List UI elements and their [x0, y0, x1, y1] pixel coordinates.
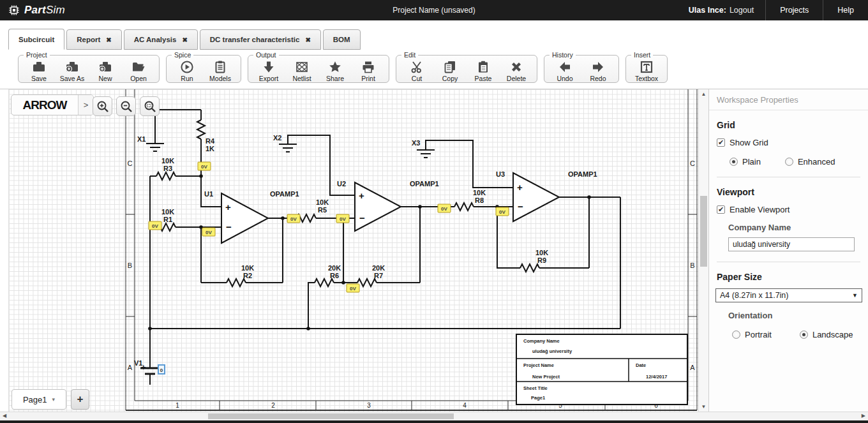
toolbar-button-label: Delete: [507, 75, 526, 82]
enable-viewport-checkbox[interactable]: ✔: [717, 205, 725, 214]
close-icon[interactable]: ✖: [305, 36, 310, 43]
close-icon[interactable]: ✖: [106, 36, 111, 43]
grid-plain-radio[interactable]: [730, 158, 738, 166]
tab-report[interactable]: Report✖: [66, 29, 121, 50]
value-r2: 10K: [241, 264, 254, 272]
schematic-canvas[interactable]: C B A C B A 1 2 3 4 5 6: [9, 89, 698, 412]
partsim-logo: PartSim: [0, 4, 65, 17]
resistor-r4[interactable]: [197, 120, 205, 139]
undo-icon: [557, 59, 572, 75]
tab-bom[interactable]: BOM: [323, 29, 361, 50]
toolbar-button-label: Print: [361, 75, 375, 82]
print-button[interactable]: Print: [352, 59, 385, 80]
resistor-r9[interactable]: [520, 264, 539, 272]
add-page-button[interactable]: +: [71, 389, 89, 410]
svg-text:A: A: [128, 364, 133, 371]
toolbar-button-label: Run: [181, 75, 193, 82]
tab-dc-transfer-characteristic[interactable]: DC transfer characteristic✖: [200, 29, 321, 50]
label-u3-part: OPAMP1: [568, 170, 597, 178]
vertical-scrollbar[interactable]: ▲ ▼: [698, 89, 708, 412]
logo-expand-button[interactable]: >: [78, 95, 93, 115]
ground-x3[interactable]: [417, 150, 435, 158]
save-icon: [31, 59, 47, 75]
share-icon: [327, 59, 343, 75]
run-button[interactable]: Run: [170, 59, 204, 80]
models-button[interactable]: Models: [204, 59, 237, 80]
tab-ac-analysis[interactable]: AC Analysis✖: [124, 29, 198, 50]
grid-plain-label: Plain: [742, 157, 761, 167]
label-u2: U2: [337, 180, 346, 188]
textbox-button[interactable]: Textbox: [630, 59, 663, 80]
paste-button[interactable]: Paste: [467, 59, 500, 80]
save-button[interactable]: Save: [22, 59, 56, 80]
tab-subcircuit[interactable]: Subcircuit: [8, 29, 64, 50]
delete-button[interactable]: Delete: [500, 59, 533, 80]
horizontal-scrollbar-thumb[interactable]: [208, 413, 454, 419]
label-r2: R2: [243, 272, 252, 279]
horizontal-scrollbar[interactable]: ◀ ▶: [0, 412, 868, 420]
zoom-extents-button[interactable]: [140, 96, 160, 116]
scroll-up-icon[interactable]: ▲: [699, 91, 708, 97]
company-name-input[interactable]: [728, 237, 855, 251]
resistor-r2[interactable]: [227, 279, 246, 286]
left-collapsed-panel[interactable]: [0, 89, 9, 412]
svg-text:−: −: [226, 221, 232, 232]
paste-icon: [475, 59, 491, 75]
node-voltage-label: 0V: [438, 204, 451, 212]
scroll-down-icon[interactable]: ▼: [699, 404, 708, 410]
schematic[interactable]: C B A C B A 1 2 3 4 5 6: [9, 89, 698, 412]
node-voltage-label: 0V: [287, 214, 300, 223]
ground-x2[interactable]: [279, 144, 297, 152]
grid-enhanced-radio[interactable]: [785, 158, 793, 166]
toolbar-group-output: OutputExportNetlistSharePrint: [248, 51, 389, 83]
nav-projects[interactable]: Projects: [765, 0, 823, 20]
label-v1-plus: +: [141, 362, 146, 372]
brand-text: PartSim: [24, 4, 65, 17]
svg-text:0V: 0V: [201, 164, 207, 170]
open-button[interactable]: Open: [122, 59, 155, 80]
panel-title: Workspace Properties: [709, 89, 868, 110]
toolbar-button-label: Save: [31, 75, 47, 82]
opamp-u3[interactable]: [513, 173, 559, 221]
tab-label: Subcircuit: [19, 36, 54, 43]
resistor-r7[interactable]: [357, 279, 377, 286]
ground-x1[interactable]: [146, 144, 164, 151]
show-grid-checkbox[interactable]: ✔: [717, 138, 725, 147]
vertical-scrollbar-thumb[interactable]: [700, 196, 707, 267]
netlist-button[interactable]: Netlist: [285, 59, 318, 80]
svg-text:0V: 0V: [499, 209, 505, 215]
label-r4: R4: [206, 137, 215, 145]
zoom-out-button[interactable]: [116, 96, 136, 116]
scroll-right-icon[interactable]: ▶: [862, 413, 865, 419]
zoom-in-icon: [96, 100, 110, 114]
logout-link[interactable]: Logout: [730, 6, 754, 15]
nav-help[interactable]: Help: [823, 0, 868, 20]
orientation-portrait-radio[interactable]: [732, 330, 740, 339]
undo-button[interactable]: Undo: [548, 59, 581, 80]
cut-button[interactable]: Cut: [400, 59, 433, 80]
value-r9: 10K: [535, 249, 548, 256]
toolbar-group-legend: Spice: [172, 51, 193, 59]
paper-size-select[interactable]: A4 (8.27in x 11.7in) ▼: [715, 288, 862, 302]
opamp-u1[interactable]: [221, 193, 268, 243]
orientation-landscape-radio[interactable]: [800, 330, 808, 339]
zoom-in-button[interactable]: [93, 96, 112, 116]
paper-size-heading: Paper Size: [717, 272, 868, 282]
copy-button[interactable]: Copy: [433, 59, 467, 80]
node-voltage-label: 0V: [496, 207, 509, 216]
export-button[interactable]: Export: [252, 59, 285, 80]
share-button[interactable]: Share: [318, 59, 352, 80]
resistor-r6[interactable]: [315, 279, 334, 286]
close-icon[interactable]: ✖: [182, 36, 187, 43]
zoom-extents-icon: [143, 100, 157, 114]
page-dropdown[interactable]: Page1 ▾: [11, 389, 66, 410]
toolbar-button-label: New: [98, 75, 112, 82]
delete-icon: [509, 59, 524, 75]
resistor-r8[interactable]: [454, 203, 474, 211]
resistor-r3[interactable]: [156, 172, 176, 180]
save-as-button[interactable]: Save As: [56, 59, 89, 80]
redo-button[interactable]: Redo: [581, 59, 615, 80]
value-r4: 1K: [206, 145, 214, 152]
new-button[interactable]: New: [89, 59, 122, 80]
scroll-left-icon[interactable]: ◀: [3, 413, 6, 419]
